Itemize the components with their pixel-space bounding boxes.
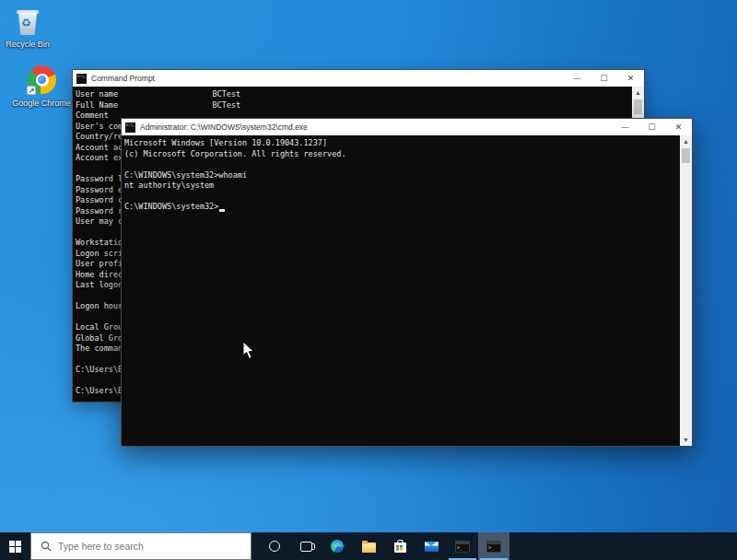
desktop-icon-google-chrome[interactable]: ↗ Google Chrome <box>12 64 71 108</box>
microsoft-store-icon <box>394 542 406 553</box>
taskbar-cmd-window-2[interactable] <box>478 532 509 560</box>
scrollbar[interactable]: ▲ ▼ <box>680 135 692 446</box>
shortcut-arrow-icon: ↗ <box>27 86 36 95</box>
cortana-button[interactable] <box>259 532 290 560</box>
maximize-button[interactable]: ☐ <box>591 70 617 87</box>
window-titlebar[interactable]: Command Prompt — ☐ ✕ <box>73 70 644 87</box>
close-button[interactable]: ✕ <box>665 119 692 135</box>
mail-button[interactable] <box>415 532 447 560</box>
desktop: ♻ Recycle Bin ↗ Google Chrome Command Pr… <box>0 0 737 560</box>
desktop-icon-label: Recycle Bin <box>0 40 57 49</box>
search-input[interactable] <box>58 541 224 552</box>
cmd-app-icon <box>125 122 135 133</box>
scroll-up-icon[interactable]: ▲ <box>680 135 692 147</box>
task-view-icon <box>300 542 312 552</box>
scrollbar-thumb[interactable] <box>634 99 642 114</box>
mouse-pointer <box>242 341 255 360</box>
edge-button[interactable] <box>322 532 353 560</box>
window-title: Command Prompt <box>91 74 564 83</box>
cmd-window-icon <box>455 541 470 553</box>
scroll-down-icon[interactable]: ▼ <box>680 434 692 446</box>
search-icon <box>41 541 52 552</box>
window-title: Administrator: C:\WINDOWS\system32\cmd.e… <box>140 122 612 132</box>
desktop-icon-recycle-bin[interactable]: ♻ Recycle Bin <box>0 6 57 49</box>
scrollbar-thumb[interactable] <box>682 148 690 163</box>
minimize-button[interactable]: — <box>612 119 638 135</box>
taskbar-cmd-window-1[interactable] <box>447 532 478 560</box>
edge-icon <box>331 540 344 553</box>
cortana-icon <box>269 541 280 552</box>
admin-command-prompt-window[interactable]: Administrator: C:\WINDOWS\system32\cmd.e… <box>121 118 693 447</box>
desktop-icon-label: Google Chrome <box>12 99 71 108</box>
start-button[interactable] <box>0 532 30 560</box>
text-cursor <box>219 209 225 212</box>
window-titlebar[interactable]: Administrator: C:\WINDOWS\system32\cmd.e… <box>122 119 692 135</box>
chrome-icon: ↗ <box>26 64 57 96</box>
console-text: Microsoft Windows [Version 10.0.19043.12… <box>122 135 680 213</box>
minimize-button[interactable]: — <box>564 70 591 87</box>
scroll-up-icon[interactable]: ▲ <box>632 87 644 99</box>
task-view-button[interactable] <box>290 532 322 560</box>
close-button[interactable]: ✕ <box>617 70 644 87</box>
console-output[interactable]: Microsoft Windows [Version 10.0.19043.12… <box>122 135 680 446</box>
cmd-window-icon <box>486 541 501 553</box>
taskbar <box>0 532 737 560</box>
microsoft-store-button[interactable] <box>384 532 415 560</box>
mail-icon <box>425 542 439 552</box>
file-explorer-icon <box>362 542 376 553</box>
taskbar-search[interactable] <box>30 532 252 560</box>
recycle-bin-icon: ♻ <box>12 6 43 37</box>
maximize-button[interactable]: ☐ <box>638 119 665 135</box>
cmd-app-icon <box>76 74 87 84</box>
windows-logo-icon <box>9 541 21 553</box>
file-explorer-button[interactable] <box>353 532 384 560</box>
